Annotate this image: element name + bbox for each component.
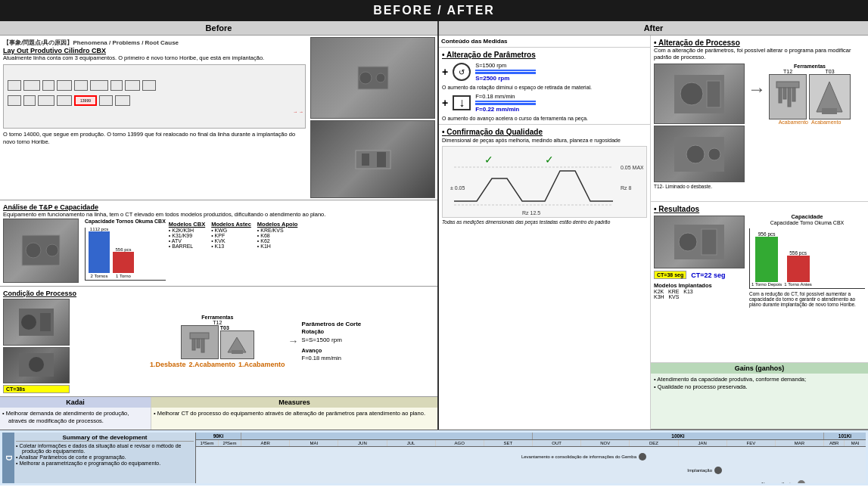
month-sub-headers: 1ºSem 2ºSem ABR MAI JUN JUL AGO SET OUT … bbox=[196, 440, 866, 447]
before-right-photos bbox=[309, 36, 437, 200]
month-headers: 90Ki 100Ki 101Ki bbox=[196, 433, 866, 440]
ct-badge: CT=38s bbox=[3, 385, 70, 393]
result-label-1: 1 Torno Depois bbox=[751, 282, 782, 287]
tool-t12-img bbox=[181, 325, 219, 359]
svg-text:✓: ✓ bbox=[545, 154, 554, 166]
ferramentas-group: Ferramentas T12 bbox=[150, 315, 285, 368]
apoio-k1h: • K1H bbox=[257, 244, 297, 249]
rotacao-desc: O aumento da rotação diminui o espaço de… bbox=[442, 85, 647, 90]
layout-box bbox=[125, 80, 140, 91]
processo-photo-1 bbox=[654, 64, 745, 124]
layout-diagram: 13999 → → bbox=[3, 64, 306, 129]
layout-box bbox=[23, 95, 36, 106]
svg-text:0.05 MAX: 0.05 MAX bbox=[621, 165, 643, 170]
month-dez: DEZ bbox=[630, 440, 678, 446]
rpm-line-2 bbox=[475, 72, 536, 74]
resultados-left: CT=38 seg CT=22 seg Modelos Implantados … bbox=[654, 213, 745, 307]
svg-point-13 bbox=[29, 357, 44, 372]
layout-box bbox=[8, 95, 21, 106]
svg-point-42 bbox=[679, 233, 697, 251]
layout-box bbox=[115, 95, 130, 106]
params-title: Parâmetros de Corte bbox=[302, 320, 362, 328]
timeline-items-col: Summary of the development Coletar infor… bbox=[14, 433, 196, 483]
gains-item-1: Atendimento da capacidade produtiva, con… bbox=[660, 376, 865, 383]
chart-bar-2: 556 pcs 1 Torno bbox=[113, 247, 134, 278]
milestone-1-label: Levantamento e consolidação de informaçõ… bbox=[521, 454, 636, 459]
ct-before: CT=38 seg bbox=[654, 271, 686, 279]
t03-after-img bbox=[809, 74, 851, 119]
milestone-3: Novas melhorias bbox=[761, 480, 805, 483]
models-table: Modelos CBX • K2K/K3H • K31/K99 • ATV • … bbox=[169, 221, 297, 283]
month-2sem: 2ºSem bbox=[219, 440, 241, 446]
svg-point-8 bbox=[46, 244, 58, 256]
svg-point-32 bbox=[686, 145, 705, 163]
milestone-3-label: Novas melhorias bbox=[761, 482, 795, 483]
svg-rect-11 bbox=[40, 313, 51, 331]
acabamento1-label: 2.Acabamento bbox=[189, 361, 236, 368]
processo-photos: T12- Liminado o desbaste. bbox=[654, 64, 745, 189]
svg-rect-35 bbox=[779, 88, 782, 103]
milestone-1-dot bbox=[639, 453, 646, 461]
after-section: After Conteúdo das Medidas • Alteração d… bbox=[439, 21, 868, 430]
avanco1-label: F=0.18 mm/min bbox=[475, 93, 536, 100]
after-header: After bbox=[439, 21, 868, 36]
rotacao-value: S=1500 rpm bbox=[309, 337, 342, 343]
condicao-title: Condição de Processo bbox=[3, 290, 147, 297]
milestone-2-label: Implantação bbox=[687, 468, 712, 473]
ct-after: CT=22 seg bbox=[691, 271, 725, 279]
tool-labels-before: T03 bbox=[220, 325, 254, 359]
rpm1-label: S=1500 rpm bbox=[475, 62, 536, 69]
processo-content: T12- Liminado o desbaste. → Ferramentas … bbox=[654, 64, 865, 189]
t03-after-label: T03 bbox=[825, 69, 834, 74]
ferramentas-label: Ferramentas bbox=[201, 315, 233, 320]
params-rotacao-val: S=S=1500 rpm bbox=[302, 336, 362, 345]
condicao-left: Condição de Processo bbox=[3, 290, 147, 393]
result-bar-green bbox=[755, 237, 778, 282]
processo-desc: Com a alteração de parâmetros, foi possí… bbox=[654, 47, 865, 60]
t03-label: T03 bbox=[220, 325, 254, 330]
svg-point-29 bbox=[680, 82, 703, 105]
svg-point-2 bbox=[376, 73, 385, 82]
before-top: 【事象/問題点/具の原因】Phenomena / Problems / Root… bbox=[0, 36, 437, 200]
svg-text:± 0.05: ± 0.05 bbox=[450, 185, 465, 191]
svg-marker-39 bbox=[817, 82, 842, 112]
chart-subtitle: Capacidade Tornos Okuma CBX bbox=[85, 219, 166, 224]
svg-rect-38 bbox=[792, 88, 795, 101]
month-abr2: ABR bbox=[824, 440, 845, 446]
avanco-desc: O aumento do avanço acelera o curso da f… bbox=[442, 116, 647, 121]
resultados-title: • Resultados bbox=[654, 205, 865, 213]
header-title: BEFORE / AFTER bbox=[373, 4, 495, 17]
analise-desc: Equipamento em funcionamento na linha, t… bbox=[3, 211, 434, 219]
layout-box bbox=[23, 80, 40, 91]
arrow-right-icon: → bbox=[288, 335, 299, 347]
layout-box bbox=[142, 80, 156, 91]
advance-plus: + bbox=[442, 97, 448, 109]
alteracao-params: • Alteração de Parâmetros + ↺ S=1500 rpm… bbox=[439, 48, 650, 125]
milestone-2: Implantação bbox=[687, 467, 722, 474]
alteracao-processo: • Alteração de Processo Com a alteração … bbox=[651, 36, 868, 202]
ferramentas-after: Ferramentas T12 bbox=[769, 64, 851, 125]
models-apoio-col: Modelos Apoio • KRE/KVS • K68 • K62 • K1… bbox=[257, 221, 297, 283]
svg-rect-14 bbox=[190, 333, 209, 339]
condicao-photo-1 bbox=[3, 299, 70, 346]
layout-box bbox=[8, 80, 21, 91]
month-abr1: ABR bbox=[241, 440, 290, 446]
timeline-grid-area: 90Ki 100Ki 101Ki 1ºSem 2ºSem ABR MAI JUN… bbox=[196, 433, 866, 483]
layout-box bbox=[57, 80, 72, 91]
svg-rect-19 bbox=[232, 350, 243, 354]
t12-label: T12 bbox=[213, 320, 222, 325]
after-content: Conteúdo das Medidas • Alteração de Parâ… bbox=[439, 36, 868, 430]
month-jul: JUL bbox=[387, 440, 436, 446]
astec-kpf: • KPF bbox=[211, 233, 251, 238]
condicao-photos: CT=38s bbox=[3, 299, 147, 393]
layout-row-1 bbox=[5, 78, 303, 93]
conteudo-title: Conteúdo das Medidas bbox=[439, 36, 650, 48]
machine-photo-2 bbox=[310, 120, 435, 198]
apoio-header: Modelos Apoio bbox=[257, 221, 297, 228]
svg-rect-36 bbox=[783, 88, 786, 99]
qualidade-section: • Confirmação da Qualidade Dimensional d… bbox=[439, 125, 650, 430]
models-cbx-col: Modelos CBX • K2K/K3H • K31/K99 • ATV • … bbox=[169, 221, 205, 283]
models-astec-col: Modelos Astec • KWG • KPF • KVK • K13 bbox=[211, 221, 251, 283]
quality-diagram: ✓ ✓ 0.05 MAX Rz 8 ± 0.05 Rz 12.5 bbox=[442, 146, 647, 218]
timeline-d-label: D bbox=[2, 433, 14, 483]
